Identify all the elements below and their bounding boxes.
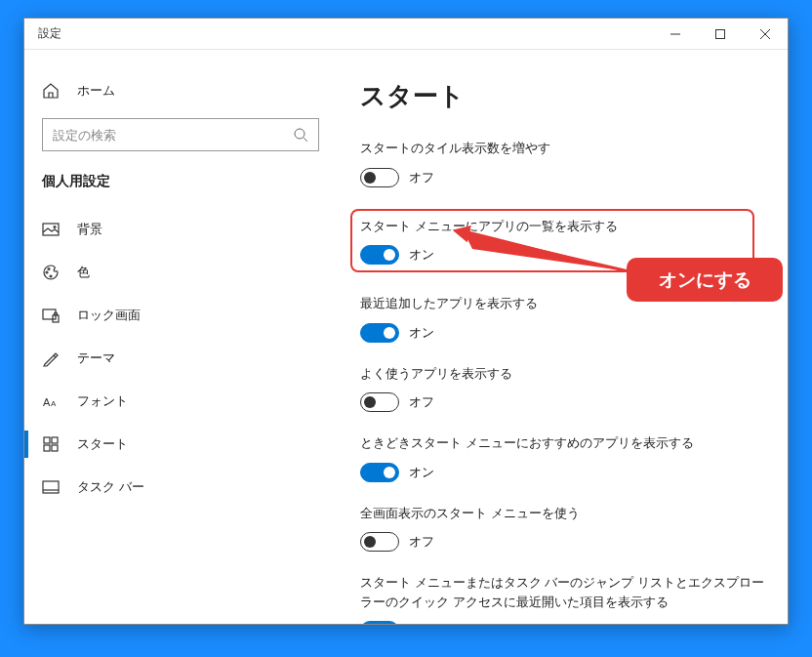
sidebar-item-taskbar[interactable]: タスク バー [24,466,337,509]
font-icon: AA [42,392,60,410]
theme-icon [42,349,60,367]
toggle-app-list[interactable] [360,245,399,265]
setting-label: スタート メニューまたはタスク バーのジャンプ リストとエクスプローラーのクイッ… [360,573,764,611]
window-controls [653,19,788,50]
callout-text: オンにする [659,267,751,293]
sidebar-item-themes[interactable]: テーマ [24,337,337,380]
setting-fullscreen: 全画面表示のスタート メニューを使う オフ [360,504,764,553]
svg-text:A: A [51,399,57,408]
svg-rect-17 [44,445,50,451]
toggle-row: オフ [360,168,764,187]
toggle-suggestions[interactable] [360,463,399,482]
toggle-state: オフ [409,533,434,551]
search-icon [293,127,308,143]
sidebar-item-fonts[interactable]: AA フォント [24,380,337,423]
sidebar-item-label: テーマ [77,349,115,367]
toggle-state: オン [409,324,434,342]
maximize-icon [715,29,725,39]
sidebar-item-label: 色 [77,264,90,281]
sidebar-home[interactable]: ホーム [24,75,337,106]
sidebar-item-start[interactable]: スタート [24,423,337,466]
minimize-button[interactable] [653,19,698,50]
svg-rect-1 [716,29,725,38]
toggle-state: オン [409,622,434,624]
search-box[interactable] [42,118,319,151]
svg-rect-19 [43,481,59,493]
sidebar-section-header: 個人用設定 [24,169,337,208]
content-area: スタート スタートのタイル表示数を増やす オフ スタート メニューにアプリの一覧… [337,50,788,624]
toggle-most-used[interactable] [360,392,399,412]
window-body: ホーム 個人用設定 背景 色 ロック画面 テーマ [24,50,788,624]
sidebar-item-lockscreen[interactable]: ロック画面 [24,294,337,337]
toggle-row: オフ [360,392,764,412]
home-icon [42,82,60,100]
svg-line-5 [304,138,307,142]
toggle-state: オン [409,464,434,481]
sidebar: ホーム 個人用設定 背景 色 ロック画面 テーマ [24,50,337,624]
sidebar-item-colors[interactable]: 色 [24,251,337,294]
svg-point-10 [50,275,52,277]
setting-suggestions: ときどきスタート メニューにおすすめのアプリを表示する オン [360,433,764,482]
svg-rect-16 [52,437,58,443]
sidebar-item-background[interactable]: 背景 [24,208,337,251]
search-input[interactable] [53,128,293,143]
toggle-row: オン [360,463,764,482]
svg-point-8 [46,271,48,273]
close-icon [760,29,770,39]
toggle-state: オフ [409,169,434,186]
setting-recent-items: スタート メニューまたはタスク バーのジャンプ リストとエクスプローラーのクイッ… [360,573,764,624]
setting-label: スタートのタイル表示数を増やす [360,139,764,158]
settings-window: 設定 ホーム 個人用設定 [23,18,789,625]
setting-more-tiles: スタートのタイル表示数を増やす オフ [360,139,764,187]
toggle-row: オン [360,323,764,343]
sidebar-item-label: スタート [77,435,128,453]
toggle-recent-items[interactable] [360,621,399,624]
lock-screen-icon [42,307,60,324]
sidebar-item-label: 背景 [77,221,102,238]
sidebar-item-label: ロック画面 [77,307,141,324]
window-title: 設定 [38,25,653,42]
maximize-button[interactable] [698,19,743,50]
taskbar-icon [42,478,60,496]
palette-icon [42,264,60,281]
toggle-row: オン [360,621,764,624]
start-icon [42,435,60,453]
sidebar-home-label: ホーム [77,82,115,100]
toggle-state: オフ [409,393,434,411]
toggle-recently-added[interactable] [360,323,399,343]
svg-rect-6 [43,224,59,235]
annotation-callout: オンにする [627,258,783,302]
svg-point-7 [54,226,56,228]
minimize-icon [670,29,680,39]
toggle-fullscreen[interactable] [360,532,399,552]
page-title: スタート [360,79,764,113]
toggle-more-tiles[interactable] [360,168,399,187]
toggle-row: オフ [360,532,764,552]
sidebar-item-label: タスク バー [77,478,144,496]
setting-label: ときどきスタート メニューにおすすめのアプリを表示する [360,433,764,453]
close-button[interactable] [743,19,788,50]
image-icon [42,221,60,238]
setting-most-used: よく使うアプリを表示する オフ [360,364,764,413]
svg-rect-18 [52,445,58,451]
setting-label: 全画面表示のスタート メニューを使う [360,504,764,523]
svg-text:A: A [43,396,51,408]
setting-label: スタート メニューにアプリの一覧を表示する [360,217,745,236]
svg-point-9 [48,268,50,270]
setting-label: よく使うアプリを表示する [360,364,764,384]
toggle-state: オン [409,246,434,264]
titlebar: 設定 [24,19,788,50]
svg-rect-15 [44,437,50,443]
svg-point-4 [295,129,304,139]
sidebar-item-label: フォント [77,392,128,410]
